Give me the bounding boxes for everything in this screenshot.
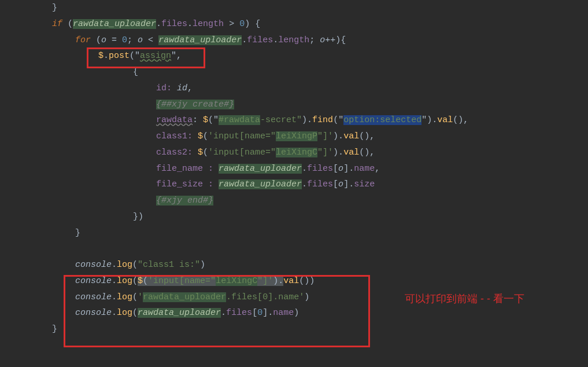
- code-line[interactable]: }: [29, 0, 588, 16]
- keyword-for: for: [75, 35, 91, 45]
- annotation-text: 可以打印到前端 - - 看一下: [405, 289, 524, 309]
- var-rawdata-uploader: rawdata_uploader: [73, 19, 156, 29]
- code-line[interactable]: file_size : rawdata_uploader.files[o].si…: [29, 177, 588, 193]
- code-line[interactable]: {#xjy end#}: [29, 193, 588, 209]
- code-line[interactable]: class2: $('input[name="leiXingC"]').val(…: [29, 145, 588, 161]
- code-line[interactable]: $.post("assign",: [29, 48, 588, 64]
- url-assign: assign: [140, 51, 171, 61]
- console: console: [75, 260, 112, 270]
- code-line[interactable]: {##xjy create#}: [29, 97, 588, 113]
- code-line[interactable]: rawdata: $("#rawdata-secret").find("opti…: [29, 112, 588, 129]
- code-line[interactable]: for (o = 0; o < rawdata_uploader.files.l…: [29, 32, 588, 49]
- code-editor[interactable]: } if (rawdata_uploader.files.length > 0)…: [0, 0, 588, 337]
- code-line[interactable]: }): [29, 209, 588, 225]
- code-line[interactable]: id: id,: [29, 80, 588, 97]
- selector-option-selected: option:selected: [343, 115, 421, 125]
- code-line[interactable]: file_name : rawdata_uploader.files[o].na…: [29, 161, 588, 177]
- code-line[interactable]: {: [29, 64, 588, 80]
- code-line[interactable]: }: [29, 225, 588, 241]
- template-comment: {##xjy create#}: [156, 100, 234, 109]
- code-line-blank[interactable]: [29, 241, 588, 257]
- brace: }: [52, 3, 57, 13]
- code-line[interactable]: class1: $('input[name="leiXingP"]').val(…: [29, 129, 588, 145]
- code-line[interactable]: console.log("class1 is:"): [29, 257, 588, 273]
- code-line[interactable]: console.log($('input[name="leiXingC"]').…: [29, 273, 588, 289]
- code-line[interactable]: if (rawdata_uploader.files.length > 0) {: [29, 16, 588, 32]
- fn-post: post: [109, 51, 130, 61]
- jquery-dollar: $: [98, 51, 103, 61]
- code-line[interactable]: }: [29, 321, 588, 337]
- template-comment: {#xjy end#}: [156, 196, 213, 205]
- keyword-if: if: [52, 19, 62, 29]
